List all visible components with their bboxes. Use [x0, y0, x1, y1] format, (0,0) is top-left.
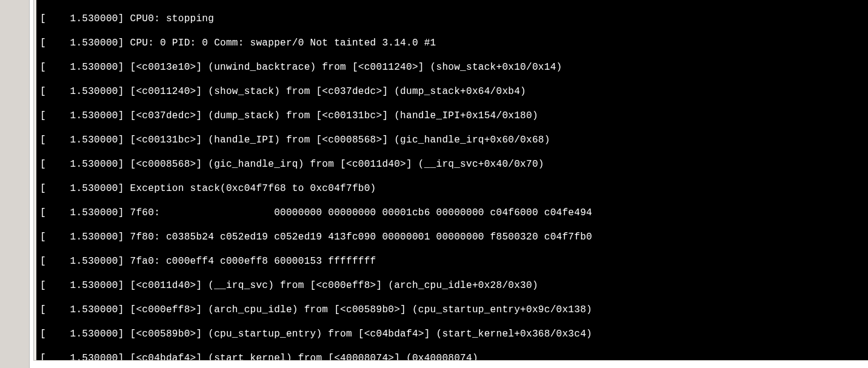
- serial-console[interactable]: [ 1.530000] CPU0: stopping [ 1.530000] C…: [36, 0, 868, 361]
- log-line: [ 1.530000] CPU: 0 PID: 0 Comm: swapper/…: [40, 37, 868, 49]
- log-line: [ 1.530000] [<c00589b0>] (cpu_startup_en…: [40, 328, 868, 340]
- log-line: [ 1.530000] [<c0013e10>] (unwind_backtra…: [40, 61, 868, 73]
- window-divider: [29, 0, 34, 368]
- log-line: [ 1.530000] [<c00131bc>] (handle_IPI) fr…: [40, 134, 868, 146]
- log-line: [ 1.530000] 7fa0: c000eff4 c000eff8 6000…: [40, 255, 868, 267]
- log-line: [ 1.530000] CPU0: stopping: [40, 13, 868, 25]
- log-line: [ 1.530000] [<c000eff8>] (arch_cpu_idle)…: [40, 304, 868, 316]
- log-line: [ 1.530000] [<c037dedc>] (dump_stack) fr…: [40, 110, 868, 122]
- window-bottom-edge: [33, 360, 868, 368]
- log-line: [ 1.530000] [<c0008568>] (gic_handle_irq…: [40, 158, 868, 170]
- window-gutter: [0, 0, 29, 368]
- log-line: [ 1.530000] [<c04bdaf4>] (start_kernel) …: [40, 352, 868, 361]
- log-line: [ 1.530000] Exception stack(0xc04f7f68 t…: [40, 182, 868, 195]
- log-line: [ 1.530000] [<c0011d40>] (__irq_svc) fro…: [40, 279, 868, 292]
- log-line: [ 1.530000] [<c0011240>] (show_stack) fr…: [40, 85, 868, 98]
- log-line: [ 1.530000] 7f80: c0385b24 c052ed19 c052…: [40, 231, 868, 243]
- log-line: [ 1.530000] 7f60: 00000000 00000000 0000…: [40, 207, 868, 219]
